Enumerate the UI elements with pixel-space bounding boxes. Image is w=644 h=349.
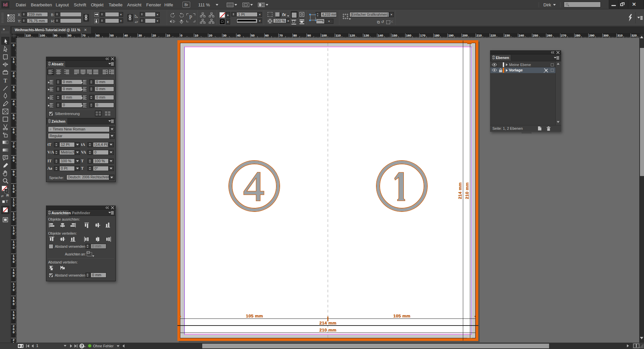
svg-text:130: 130	[364, 34, 369, 37]
svg-text:0: 0	[13, 60, 14, 64]
svg-text:4: 4	[243, 163, 265, 210]
svg-text:100: 100	[40, 34, 45, 37]
svg-text:210: 210	[477, 34, 482, 37]
svg-text:30: 30	[139, 34, 142, 37]
svg-text:20: 20	[153, 34, 156, 37]
svg-text:0: 0	[13, 130, 14, 134]
svg-text:220: 220	[491, 34, 496, 37]
svg-text:100: 100	[322, 34, 327, 37]
svg-text:110: 110	[336, 34, 341, 37]
svg-text:0: 0	[13, 159, 14, 162]
svg-text:60: 60	[96, 34, 100, 37]
svg-text:0: 0	[13, 316, 14, 320]
svg-text:140: 140	[378, 34, 383, 37]
svg-text:0: 0	[13, 116, 14, 120]
svg-text:0: 0	[13, 43, 14, 47]
svg-text:40: 40	[124, 34, 128, 37]
svg-text:150: 150	[392, 34, 397, 37]
svg-text:0: 0	[13, 274, 14, 278]
svg-text:170: 170	[420, 34, 426, 37]
svg-text:300: 300	[603, 34, 609, 37]
svg-text:50: 50	[110, 34, 114, 37]
svg-text:0: 0	[13, 288, 14, 292]
svg-text:250: 250	[533, 34, 538, 37]
svg-text:0: 0	[13, 74, 14, 78]
svg-text:110: 110	[26, 34, 31, 37]
svg-text:240: 240	[519, 34, 524, 37]
svg-text:200: 200	[463, 34, 468, 37]
svg-text:T: T	[4, 77, 7, 84]
svg-text:270: 270	[561, 34, 567, 37]
svg-text:190: 190	[448, 34, 454, 37]
svg-text:0: 0	[13, 203, 14, 207]
svg-text:0: 0	[13, 88, 14, 92]
svg-text:260: 260	[547, 34, 552, 37]
svg-text:20: 20	[209, 34, 213, 37]
svg-text:0: 0	[13, 218, 14, 221]
svg-text:0: 0	[13, 144, 14, 148]
svg-text:0: 0	[13, 173, 14, 176]
svg-text:280: 280	[575, 34, 581, 37]
svg-text:80: 80	[293, 34, 297, 37]
svg-text:70: 70	[82, 34, 86, 37]
svg-text:0: 0	[13, 246, 14, 249]
svg-text:10: 10	[167, 34, 170, 37]
svg-text:70: 70	[279, 34, 283, 37]
svg-text:160: 160	[406, 34, 412, 37]
svg-text:0: 0	[13, 302, 14, 306]
svg-text:80: 80	[68, 34, 72, 37]
svg-text:290: 290	[589, 34, 595, 37]
svg-text:60: 60	[265, 34, 269, 37]
svg-text:90: 90	[308, 34, 311, 37]
svg-text:40: 40	[237, 34, 241, 37]
svg-text:180: 180	[434, 34, 440, 37]
svg-text:0: 0	[13, 102, 14, 106]
svg-text:30: 30	[223, 34, 227, 37]
svg-text:230: 230	[505, 34, 510, 37]
svg-text:0: 0	[13, 190, 14, 193]
svg-text:310: 310	[618, 34, 623, 37]
svg-text:10: 10	[195, 34, 199, 37]
svg-text:320: 320	[632, 34, 637, 37]
svg-text:90: 90	[54, 34, 58, 37]
svg-text:50: 50	[251, 34, 255, 37]
svg-text:0: 0	[13, 260, 14, 264]
svg-text:0: 0	[181, 34, 182, 37]
svg-text:120: 120	[350, 34, 355, 37]
svg-text:0: 0	[13, 330, 14, 334]
svg-text:0: 0	[13, 232, 14, 235]
